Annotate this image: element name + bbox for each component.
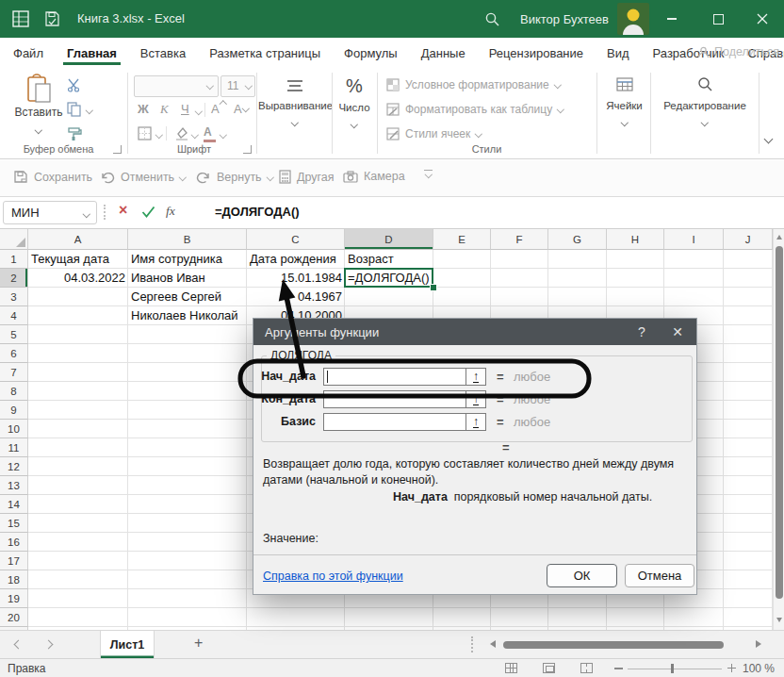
row-header-19[interactable]: 19: [0, 589, 28, 608]
qat-undo-chevron[interactable]: [179, 173, 187, 181]
zoom-in-button[interactable]: [727, 664, 736, 672]
confirm-entry-button[interactable]: [141, 206, 155, 218]
cell-styles-button[interactable]: Стили ячеек: [386, 127, 482, 140]
qat-other-button[interactable]: Другая: [279, 170, 335, 184]
conditional-formatting-button[interactable]: Условное форматирование: [386, 78, 560, 91]
tab-formulas[interactable]: Формулы: [342, 41, 400, 66]
tab-file[interactable]: Файл: [11, 41, 45, 66]
row-header-12[interactable]: 12: [0, 457, 28, 476]
row-header-2[interactable]: 2: [0, 269, 28, 288]
maximize-button[interactable]: [695, 0, 741, 38]
page-layout-view-icon[interactable]: [543, 663, 555, 673]
paste-button[interactable]: Вставить: [13, 74, 64, 136]
row-header-17[interactable]: 17: [0, 552, 28, 570]
formula-input[interactable]: =ДОЛЯГОДА(): [215, 205, 300, 219]
column-header-D[interactable]: D: [345, 229, 433, 250]
grid-cell-C1[interactable]: Дата рождения: [247, 250, 345, 269]
italic-button[interactable]: К: [160, 102, 169, 117]
hscroll-left-arrow[interactable]: [490, 640, 496, 648]
tab-data[interactable]: Данные: [419, 41, 467, 66]
tab-scroll-splitter[interactable]: [471, 636, 475, 652]
vertical-scrollbar-thumb[interactable]: [776, 246, 783, 599]
row-header-4[interactable]: 4: [0, 306, 28, 325]
fill-color-button[interactable]: [174, 126, 189, 140]
row-header-10[interactable]: 10: [0, 420, 28, 438]
active-cell-selection[interactable]: [344, 268, 433, 288]
fill-handle[interactable]: [430, 284, 437, 291]
row-header-6[interactable]: 6: [0, 344, 28, 363]
borders-button[interactable]: [138, 126, 152, 140]
grid-cell-B1[interactable]: Имя сотрудника: [128, 250, 247, 269]
number-button[interactable]: % Число: [332, 68, 377, 130]
fill-color-chevron[interactable]: [191, 131, 199, 139]
hscroll-right-arrow[interactable]: [756, 640, 761, 648]
vertical-scrollbar[interactable]: [773, 229, 784, 630]
clipboard-dialog-launcher[interactable]: [113, 145, 122, 154]
normal-view-icon[interactable]: [505, 663, 517, 673]
qat-redo-chevron[interactable]: [267, 173, 274, 181]
cut-button[interactable]: [66, 77, 81, 92]
tab-insert[interactable]: Вставка: [139, 41, 188, 66]
row-header-15[interactable]: 15: [0, 514, 28, 533]
underline-button[interactable]: Ч: [181, 102, 189, 116]
bold-button[interactable]: Ж: [138, 102, 149, 116]
copy-dropdown-chevron[interactable]: [86, 107, 93, 114]
row-header-5[interactable]: 5: [0, 325, 28, 344]
horizontal-scrollbar-thumb[interactable]: [503, 641, 724, 649]
row-header-14[interactable]: 14: [0, 495, 28, 514]
range-selector-button[interactable]: ↑: [466, 413, 486, 431]
next-sheet-arrow[interactable]: [44, 640, 54, 650]
tab-home[interactable]: Главная: [65, 41, 119, 66]
avatar[interactable]: [617, 3, 649, 35]
zoom-level[interactable]: 100 %: [743, 662, 775, 675]
qat-camera-button[interactable]: Камера: [343, 170, 405, 183]
grid-cell-B4[interactable]: Николаев Николай: [128, 306, 247, 325]
grid-cell-A2[interactable]: 04.03.2022: [28, 269, 128, 288]
font-size-select[interactable]: 11: [220, 75, 255, 97]
grid-cell-D1[interactable]: Возраст: [345, 250, 433, 269]
cancel-entry-button[interactable]: ×: [119, 202, 127, 219]
user-name[interactable]: Виктор Бухтеев: [520, 12, 609, 26]
column-header-E[interactable]: E: [433, 229, 491, 250]
search-icon[interactable]: [484, 11, 500, 27]
arg-input-start-date[interactable]: [323, 368, 466, 386]
add-sheet-button[interactable]: +: [194, 635, 203, 652]
minimize-button[interactable]: [650, 0, 694, 38]
copy-button[interactable]: [67, 102, 81, 117]
grid-cell-C3[interactable]: 04.1967: [247, 288, 345, 306]
column-header-G[interactable]: G: [548, 229, 607, 250]
qat-save-button[interactable]: Сохранить: [13, 170, 92, 184]
format-as-table-button[interactable]: Форматировать как таблицу: [386, 103, 564, 116]
insert-function-button[interactable]: fx: [166, 204, 175, 219]
column-header-B[interactable]: B: [128, 229, 247, 250]
format-painter-button[interactable]: [67, 126, 82, 140]
scroll-down-arrow[interactable]: [776, 618, 782, 622]
zoom-slider-handle[interactable]: [671, 664, 674, 673]
sheet-tab-list1[interactable]: Лист1: [100, 631, 155, 658]
column-header-J[interactable]: J: [724, 229, 773, 250]
row-header-7[interactable]: 7: [0, 363, 28, 382]
zoom-out-button[interactable]: [614, 668, 623, 669]
column-header-I[interactable]: I: [664, 229, 724, 250]
grow-font-button[interactable]: А: [211, 102, 224, 116]
tab-review[interactable]: Рецензирование: [487, 41, 585, 66]
row-header-9[interactable]: 9: [0, 401, 28, 420]
font-dialog-launcher[interactable]: [243, 145, 252, 154]
column-header-F[interactable]: F: [491, 229, 548, 250]
font-name-select[interactable]: [134, 75, 219, 97]
collapse-ribbon-chevron[interactable]: [764, 135, 774, 144]
row-header-1[interactable]: 1: [0, 250, 28, 269]
grid-cell-B3[interactable]: Сергеев Сергей: [128, 288, 247, 306]
name-box[interactable]: МИН: [3, 201, 97, 224]
row-header-3[interactable]: 3: [0, 288, 28, 306]
ok-button[interactable]: ОК: [547, 564, 617, 587]
qat-overflow-button[interactable]: [424, 170, 433, 177]
row-header-18[interactable]: 18: [0, 570, 28, 589]
column-header-A[interactable]: A: [28, 229, 128, 250]
select-all-corner[interactable]: [0, 229, 28, 250]
close-button[interactable]: [741, 0, 784, 38]
font-color-chevron[interactable]: [220, 131, 227, 139]
arg-input-end-date[interactable]: [323, 390, 466, 408]
scroll-up-arrow[interactable]: [776, 235, 782, 239]
font-color-button[interactable]: А: [204, 125, 216, 142]
